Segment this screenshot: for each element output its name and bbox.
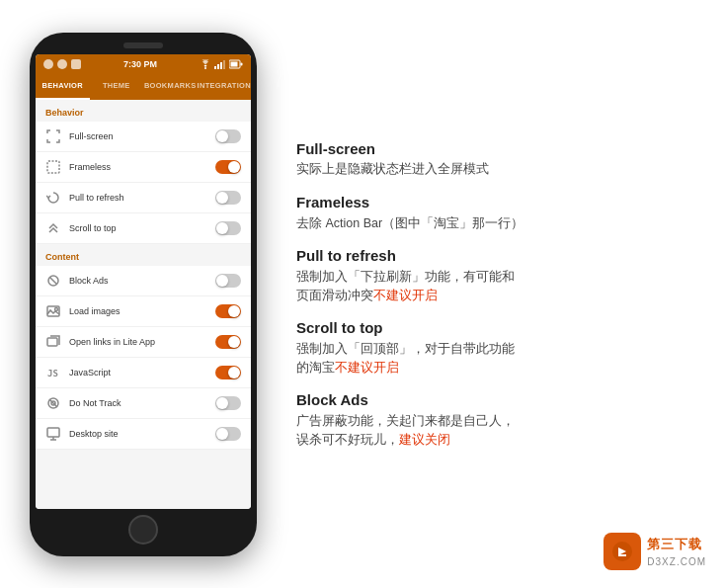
javascript-toggle[interactable] bbox=[215, 366, 241, 379]
feature-blockads-desc: 广告屏蔽功能，关起门来都是自己人，误杀可不好玩儿，建议关闭 bbox=[296, 412, 684, 450]
loadimages-label: Load images bbox=[69, 306, 207, 316]
watermark-logo-icon bbox=[610, 540, 634, 563]
scrolltop-icon bbox=[45, 220, 61, 236]
svg-point-0 bbox=[204, 67, 206, 69]
svg-rect-18 bbox=[47, 428, 59, 437]
setting-row-scrolltop: Scroll to top bbox=[36, 213, 251, 244]
pullrefresh-label: Pull to refresh bbox=[69, 193, 207, 203]
setting-row-blockads: Block Ads bbox=[36, 266, 251, 296]
openlinks-toggle[interactable] bbox=[215, 335, 241, 349]
svg-rect-4 bbox=[223, 60, 225, 69]
fullscreen-label: Full-screen bbox=[69, 131, 207, 141]
wifi-icon bbox=[200, 59, 211, 69]
svg-point-12 bbox=[55, 307, 58, 310]
phone-bottom-bar bbox=[36, 515, 251, 545]
desktopsite-label: Desktop site bbox=[69, 429, 207, 439]
blockads-toggle[interactable] bbox=[215, 274, 241, 288]
svg-text:JS: JS bbox=[47, 369, 58, 378]
svg-rect-8 bbox=[47, 161, 59, 173]
svg-rect-6 bbox=[230, 61, 237, 66]
loadimages-icon bbox=[45, 303, 61, 319]
feature-pullrefresh-desc: 强制加入「下拉刷新」功能，有可能和页面滑动冲突不建议开启 bbox=[296, 268, 684, 305]
feature-frameless-title: Frameless bbox=[296, 193, 684, 212]
status-right bbox=[200, 59, 243, 69]
pullrefresh-warning: 不建议开启 bbox=[373, 289, 438, 302]
openlinks-label: Open links in Lite App bbox=[69, 337, 207, 347]
phone-screen: 7:30 PM bbox=[36, 54, 251, 509]
feature-scrolltop-desc: 强制加入「回顶部」，对于自带此功能的淘宝不建议开启 bbox=[296, 340, 684, 378]
setting-row-openlinks: Open links in Lite App bbox=[36, 327, 251, 358]
desktopsite-icon bbox=[45, 426, 61, 442]
heart-icon bbox=[57, 59, 67, 69]
feature-fullscreen: Full-screen 实际上是隐藏状态栏进入全屏模式 bbox=[296, 139, 684, 179]
desktopsite-toggle[interactable] bbox=[215, 427, 241, 441]
donottrack-toggle[interactable] bbox=[215, 396, 241, 410]
phone-home-button[interactable] bbox=[128, 515, 158, 545]
page-wrapper: 7:30 PM bbox=[0, 0, 724, 588]
blockads-label: Block Ads bbox=[69, 276, 207, 286]
javascript-icon: JS bbox=[45, 365, 61, 380]
scrolltop-label: Scroll to top bbox=[69, 223, 207, 233]
svg-rect-3 bbox=[220, 62, 222, 69]
feature-frameless: Frameless 去除 Action Bar（图中「淘宝」那一行） bbox=[296, 193, 684, 232]
tab-bookmarks[interactable]: BOOKMARKS bbox=[143, 74, 198, 100]
svg-rect-13 bbox=[47, 338, 57, 346]
feature-fullscreen-title: Full-screen bbox=[296, 139, 684, 159]
feature-pullrefresh-title: Pull to refresh bbox=[296, 246, 684, 266]
pullrefresh-toggle[interactable] bbox=[215, 191, 241, 205]
setting-row-desktopsite: Desktop site bbox=[36, 419, 251, 450]
feature-fullscreen-desc: 实际上是隐藏状态栏进入全屏模式 bbox=[296, 160, 684, 179]
feature-pullrefresh: Pull to refresh 强制加入「下拉刷新」功能，有可能和页面滑动冲突不… bbox=[296, 246, 684, 304]
svg-rect-2 bbox=[217, 64, 219, 69]
phone-top-bar bbox=[36, 42, 251, 48]
pullrefresh-icon bbox=[45, 190, 61, 206]
status-bar: 7:30 PM bbox=[36, 54, 251, 74]
section-header-content: Content bbox=[36, 244, 251, 266]
donottrack-label: Do Not Track bbox=[69, 398, 207, 408]
svg-line-17 bbox=[49, 399, 57, 407]
feature-scrolltop-title: Scroll to top bbox=[296, 318, 684, 338]
watermark-logo bbox=[603, 533, 641, 570]
setting-row-loadimages: Load images bbox=[36, 296, 251, 327]
watermark-text: 第三下载 D3XZ.COM bbox=[647, 536, 706, 568]
blockads-icon bbox=[45, 273, 61, 289]
svg-rect-1 bbox=[214, 66, 216, 69]
feature-scrolltop: Scroll to top 强制加入「回顶部」，对于自带此功能的淘宝不建议开启 bbox=[296, 318, 684, 377]
right-content: Full-screen 实际上是隐藏状态栏进入全屏模式 Frameless 去除… bbox=[257, 139, 684, 450]
scrolltop-warning: 不建议开启 bbox=[335, 361, 399, 375]
status-time: 7:30 PM bbox=[123, 59, 157, 69]
settings-list[interactable]: Behavior Full-screen bbox=[36, 100, 251, 509]
setting-row-pullrefresh: Pull to refresh bbox=[36, 183, 251, 213]
openlinks-icon bbox=[45, 334, 61, 350]
feature-frameless-desc: 去除 Action Bar（图中「淘宝」那一行） bbox=[296, 214, 684, 233]
phone-device: 7:30 PM bbox=[30, 33, 257, 556]
frameless-toggle[interactable] bbox=[215, 160, 241, 174]
javascript-label: JavaScript bbox=[69, 368, 207, 378]
status-left bbox=[43, 59, 81, 69]
battery-icon bbox=[229, 59, 243, 69]
blockads-warning: 建议关闭 bbox=[399, 433, 450, 447]
section-header-behavior: Behavior bbox=[36, 100, 251, 122]
frameless-label: Frameless bbox=[69, 162, 207, 172]
phone-speaker bbox=[123, 42, 163, 48]
tab-theme[interactable]: THEME bbox=[90, 74, 144, 100]
setting-row-donottrack: Do Not Track bbox=[36, 388, 251, 419]
user-icon bbox=[43, 59, 53, 69]
setting-row-javascript: JS JavaScript bbox=[36, 358, 251, 388]
feature-blockads: Block Ads 广告屏蔽功能，关起门来都是自己人，误杀可不好玩儿，建议关闭 bbox=[296, 390, 684, 449]
feature-blockads-title: Block Ads bbox=[296, 390, 684, 410]
setting-row-frameless: Frameless bbox=[36, 152, 251, 183]
fullscreen-icon bbox=[45, 128, 61, 144]
watermark: 第三下载 D3XZ.COM bbox=[603, 533, 706, 570]
tab-bar: BEHAVIOR THEME BOOKMARKS INTEGRATION bbox=[36, 74, 251, 100]
mail-icon bbox=[71, 59, 81, 69]
tab-integration[interactable]: INTEGRATION bbox=[198, 74, 252, 100]
setting-row-fullscreen: Full-screen bbox=[36, 122, 251, 152]
tab-behavior[interactable]: BEHAVIOR bbox=[36, 74, 90, 100]
svg-rect-7 bbox=[240, 62, 242, 65]
fullscreen-toggle[interactable] bbox=[215, 129, 241, 143]
frameless-icon bbox=[45, 159, 61, 175]
loadimages-toggle[interactable] bbox=[215, 304, 241, 318]
signal-icon bbox=[214, 59, 226, 69]
scrolltop-toggle[interactable] bbox=[215, 221, 241, 235]
